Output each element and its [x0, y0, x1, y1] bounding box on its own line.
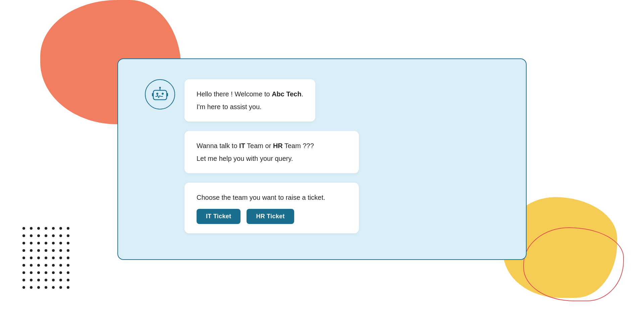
bot-avatar	[145, 79, 175, 109]
choice-buttons: IT Ticket HR Ticket	[197, 209, 347, 224]
decorative-blob-red-outline	[523, 227, 624, 301]
message-row-2: Wanna talk to IT Team or HR Team ??? Let…	[184, 131, 499, 173]
message-row-3: Choose the team you want to raise a tick…	[184, 183, 499, 233]
it-ticket-button[interactable]: IT Ticket	[197, 209, 240, 224]
hr-ticket-button[interactable]: HR Ticket	[247, 209, 294, 224]
svg-point-2	[162, 93, 164, 95]
decorative-dot-grid: // Generate dots const grid = document.q…	[20, 225, 72, 291]
svg-point-1	[156, 93, 158, 95]
bot-icon	[151, 85, 169, 104]
svg-rect-0	[153, 90, 167, 100]
message-2-line2: Let me help you with your query.	[197, 153, 347, 164]
svg-rect-6	[167, 93, 168, 96]
chat-card: Hello there ! Welcome to Abc Tech. I'm h…	[117, 58, 527, 260]
message-row-1: Hello there ! Welcome to Abc Tech. I'm h…	[145, 79, 499, 122]
message-bubble-3: Choose the team you want to raise a tick…	[184, 183, 359, 233]
message-1-line1: Hello there ! Welcome to Abc Tech.	[197, 89, 303, 99]
message-bubble-2: Wanna talk to IT Team or HR Team ??? Let…	[184, 131, 359, 173]
message-3-text: Choose the team you want to raise a tick…	[197, 192, 347, 203]
message-bubble-1: Hello there ! Welcome to Abc Tech. I'm h…	[184, 79, 315, 122]
svg-point-4	[159, 87, 161, 88]
svg-rect-5	[152, 93, 153, 96]
message-2-line1: Wanna talk to IT Team or HR Team ???	[197, 140, 347, 151]
message-1-line2: I'm here to assist you.	[197, 101, 303, 112]
